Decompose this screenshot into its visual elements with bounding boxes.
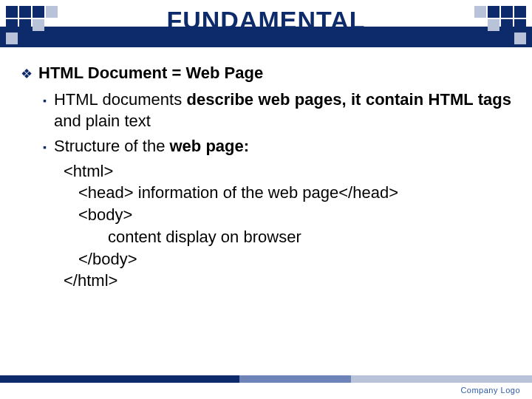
text-plain: and plain text <box>54 112 151 130</box>
text-bold: web page: <box>170 137 250 155</box>
bullet-sub-1: ▪ HTML documents describe web pages, it … <box>43 89 511 132</box>
slide-header: FUNDAMENTAL <box>0 0 532 52</box>
bullet-sub-2-text: Structure of the web page: <box>54 135 249 157</box>
code-block: <html> <head> information of the web pag… <box>64 160 511 292</box>
square-bullet-icon: ▪ <box>43 140 47 157</box>
text-plain: HTML documents <box>54 90 187 109</box>
bullet-main: ❖ HTML Document = Web Page <box>21 62 511 84</box>
square-bullet-icon: ▪ <box>43 94 47 132</box>
code-line: <body> <box>64 204 511 226</box>
code-line: </body> <box>64 248 511 270</box>
code-line: <head> information of the web page</head… <box>64 182 511 204</box>
bullet-main-text: HTML Document = Web Page <box>38 62 263 84</box>
footer-logo-text: Company Logo <box>460 386 520 395</box>
text-plain: Structure of the <box>54 137 170 155</box>
slide-title: FUNDAMENTAL <box>0 6 532 35</box>
footer-bar <box>0 375 532 383</box>
diamond-bullet-icon: ❖ <box>21 65 33 84</box>
text-bold: describe web pages, it contain HTML tags <box>187 90 511 109</box>
bullet-sub-2: ▪ Structure of the web page: <box>43 135 511 157</box>
code-line: content display on browser <box>64 226 511 248</box>
code-line: </html> <box>64 270 511 292</box>
code-line: <html> <box>64 160 511 183</box>
bullet-sub-1-text: HTML documents describe web pages, it co… <box>54 89 511 132</box>
slide-content: ❖ HTML Document = Web Page ▪ HTML docume… <box>0 52 532 292</box>
